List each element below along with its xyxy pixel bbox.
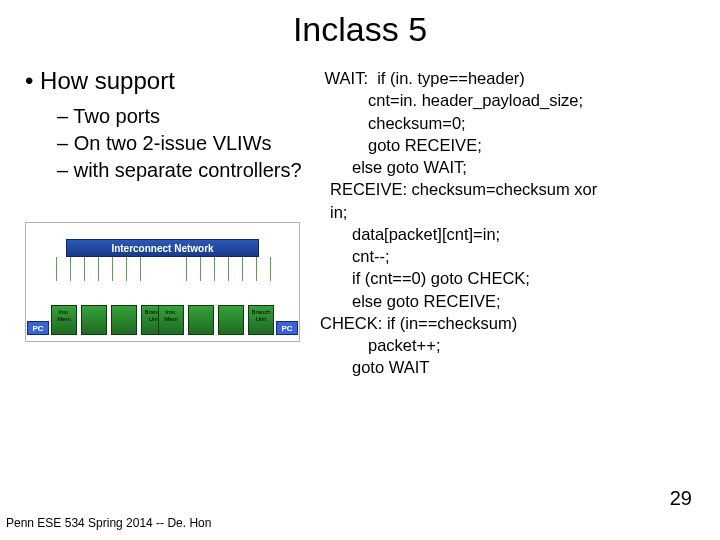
sub-bullet-0: Two ports xyxy=(57,105,320,128)
code-l1: WAIT: if (in. type==header) xyxy=(320,67,680,89)
code-l10: if (cnt==0) goto CHECK; xyxy=(320,267,680,289)
code-l9: cnt--; xyxy=(320,245,680,267)
vliw-unit-right: Inst. Mem Branch Unit PC xyxy=(126,267,296,335)
bullet-main: How support xyxy=(25,67,320,95)
sub-bullet-1: On two 2-issue VLIWs xyxy=(57,132,320,155)
architecture-diagram: Interconnect Network PC Inst. Mem Branch… xyxy=(25,222,300,342)
code-l8: data[packet][cnt]=in; xyxy=(320,223,680,245)
pseudocode-block: WAIT: if (in. type==header) cnt=in. head… xyxy=(320,67,690,379)
pc-box-right: PC xyxy=(276,321,298,335)
code-l4: goto RECEIVE; xyxy=(320,134,680,156)
interconnect-label: Interconnect Network xyxy=(66,239,259,257)
branch-unit-right: Branch Unit xyxy=(248,305,274,335)
inst-mem-right: Inst. Mem xyxy=(158,305,184,335)
footer-text: Penn ESE 534 Spring 2014 -- De. Hon xyxy=(6,516,211,530)
slide-title: Inclass 5 xyxy=(0,0,720,49)
code-l6: RECEIVE: checksum=checksum xor xyxy=(320,178,680,200)
alu-right-2 xyxy=(218,305,244,335)
slide-body: How support Two ports On two 2-issue VLI… xyxy=(0,67,720,379)
inst-mem-left: Inst. Mem xyxy=(51,305,77,335)
code-l12: CHECK: if (in==checksum) xyxy=(320,312,680,334)
code-l11: else goto RECEIVE; xyxy=(320,290,680,312)
alu-right-1 xyxy=(188,305,214,335)
code-l5: else goto WAIT; xyxy=(320,156,680,178)
slide-number: 29 xyxy=(670,487,692,510)
code-l2: cnt=in. header_payload_size; xyxy=(320,89,680,111)
alu-left-1 xyxy=(81,305,107,335)
code-l7: in; xyxy=(320,201,680,223)
left-column: How support Two ports On two 2-issue VLI… xyxy=(0,67,320,379)
code-l13: packet++; xyxy=(320,334,680,356)
sub-bullet-2: with separate controllers? xyxy=(57,159,320,182)
code-l3: checksum=0; xyxy=(320,112,680,134)
pc-box-left: PC xyxy=(27,321,49,335)
code-l14: goto WAIT xyxy=(320,356,680,378)
